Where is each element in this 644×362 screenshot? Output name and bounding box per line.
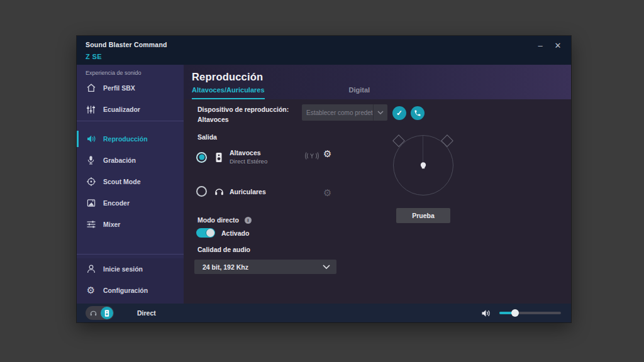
salida-label: Salida (197, 133, 217, 141)
speaker-icon (86, 134, 96, 145)
microphone-icon (86, 155, 96, 166)
modo-directo-toggle[interactable] (196, 228, 215, 238)
info-icon[interactable]: i (245, 217, 252, 224)
gear-icon: ⚙ (86, 285, 96, 296)
speaker-cabinet-icon (101, 307, 113, 319)
sidebar-item-label: Reproducción (103, 135, 148, 143)
main-content: Dispositivo de reproducción: Altavoces E… (184, 99, 571, 304)
sidebar-item-encoder[interactable]: Encoder (77, 192, 184, 214)
speaker-cabinet-icon (213, 152, 225, 163)
output-mode-label: Direct (137, 309, 156, 317)
sidebar-item-mixer[interactable]: Mixer (77, 214, 184, 235)
output-label-block: Altavoces Direct Estéreo (230, 148, 267, 166)
check-icon: ✓ (396, 109, 402, 118)
sidebar-item-scout-mode[interactable]: Scout Mode (77, 171, 184, 192)
output-label-block: Auriculares (230, 187, 266, 196)
sidebar-item-label: Mixer (103, 221, 120, 228)
sidebar-divider (77, 121, 184, 121)
sidebar-footer: Inicie sesión ⚙ Configuración (77, 258, 184, 304)
gear-icon[interactable]: ⚙ (323, 150, 331, 159)
audio-quality-select[interactable]: 24 bit, 192 Khz (194, 260, 336, 274)
minimize-button[interactable]: – (535, 40, 546, 51)
test-button[interactable]: Prueba (396, 208, 450, 223)
volume-slider[interactable] (499, 309, 561, 317)
tab-digital[interactable]: Digital (349, 86, 370, 99)
calibration-icon[interactable] (305, 151, 319, 163)
sidebar: Experiencia de sonido Perfil SBX Ecualiz… (77, 65, 184, 304)
headphones-icon (89, 309, 97, 317)
sidebar-item-inicie-sesion[interactable]: Inicie sesión (77, 258, 184, 280)
modo-directo-state: Activado (221, 229, 249, 237)
sidebar-item-grabacion[interactable]: Grabación (77, 150, 184, 171)
phone-button[interactable] (411, 106, 425, 120)
headphones-icon (213, 187, 225, 196)
main-header: Reproducción Altavoces/Auriculares Digit… (184, 65, 571, 99)
mixer-icon (86, 219, 96, 230)
modo-directo-label: Modo directo (197, 216, 239, 224)
device-tag: Z SE (86, 53, 562, 60)
sidebar-section-label: Experiencia de sonido (77, 69, 184, 77)
sidebar-item-label: Ecualizador (103, 106, 140, 113)
page-title: Reproducción (192, 71, 571, 83)
app-title: Sound Blaster Command (86, 41, 562, 48)
gear-icon[interactable]: ⚙ (323, 189, 331, 198)
calidad-de-audio-label: Calidad de audio (197, 246, 250, 253)
titlebar: Sound Blaster Command Z SE – ✕ (77, 36, 571, 65)
app-window: Sound Blaster Command Z SE – ✕ Experienc… (77, 36, 571, 322)
output-option-altavoces[interactable]: Altavoces Direct Estéreo (196, 148, 267, 166)
chevron-down-icon[interactable] (373, 104, 387, 121)
sidebar-item-label: Inicie sesión (103, 265, 143, 273)
sidebar-item-label: Grabación (103, 156, 136, 164)
output-name: Altavoces (230, 148, 267, 157)
set-default-dropdown-text: Establecer como predeterm (302, 104, 373, 121)
output-subtitle: Direct Estéreo (230, 157, 267, 166)
radio-auriculares[interactable] (196, 186, 207, 197)
footer-bar: Direct (77, 304, 571, 322)
window-controls: – ✕ (535, 40, 564, 51)
sidebar-item-perfil-sbx[interactable]: Perfil SBX (77, 77, 184, 99)
tab-bar: Altavoces/Auriculares Digital (192, 86, 385, 99)
home-icon (86, 83, 96, 94)
output-switch-pill[interactable] (86, 306, 114, 320)
modo-directo-row: Modo directo i (197, 216, 252, 224)
sidebar-item-label: Encoder (103, 199, 130, 207)
sidebar-item-reproduccion[interactable]: Reproducción (77, 128, 184, 150)
phone-icon (414, 109, 421, 117)
output-name: Auriculares (230, 187, 266, 196)
sidebar-divider (77, 254, 184, 255)
playback-device-label-line1: Dispositivo de reproducción: (197, 104, 289, 114)
radio-altavoces[interactable] (196, 152, 207, 163)
set-default-dropdown[interactable]: Establecer como predeterm (302, 104, 387, 121)
sidebar-item-label: Scout Mode (103, 178, 141, 185)
sidebar-item-label: Perfil SBX (103, 84, 135, 92)
sidebar-item-ecualizador[interactable]: Ecualizador (77, 99, 184, 120)
sidebar-item-label: Configuración (103, 287, 148, 294)
tab-altavoces-auriculares[interactable]: Altavoces/Auriculares (192, 86, 265, 99)
scout-icon (86, 177, 96, 187)
equalizer-icon (86, 104, 96, 115)
playback-device-label-line2: Altavoces (197, 114, 289, 124)
chevron-down-icon (323, 265, 330, 269)
close-button[interactable]: ✕ (552, 40, 564, 51)
audio-quality-value: 24 bit, 192 Khz (203, 263, 248, 271)
encoder-icon (86, 198, 96, 209)
user-icon (86, 264, 96, 275)
volume-thumb[interactable] (511, 309, 519, 317)
main-panel: Reproducción Altavoces/Auriculares Digit… (184, 65, 571, 304)
volume-icon (481, 309, 492, 318)
modo-directo-toggle-row: Activado (196, 228, 249, 238)
sidebar-item-configuracion[interactable]: ⚙ Configuración (77, 280, 184, 301)
apply-default-button[interactable]: ✓ (392, 106, 406, 120)
output-option-auriculares[interactable]: Auriculares (196, 186, 266, 197)
listener-head-icon (419, 161, 428, 172)
playback-device-label: Dispositivo de reproducción: Altavoces (197, 104, 289, 124)
